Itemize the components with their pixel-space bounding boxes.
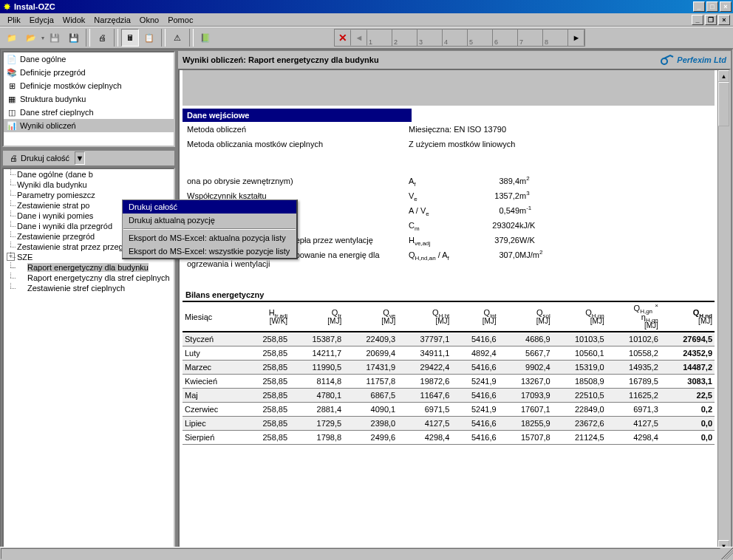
dropdown-item-3[interactable]: Eksport do MS-Excel: aktualna pozycja li…	[123, 231, 296, 245]
col-header: Qtr[MJ]	[290, 302, 344, 332]
new-button[interactable]: 📁	[3, 29, 21, 47]
tab-3[interactable]: 3	[417, 30, 443, 46]
print-button[interactable]: 🖨	[93, 29, 111, 47]
vertical-scrollbar[interactable]: ▲ ▼	[717, 70, 729, 552]
mdi-close-button[interactable]: ×	[718, 15, 730, 25]
dropdown-item-0[interactable]: Drukuj całość	[123, 200, 296, 214]
mdi-restore-button[interactable]: ❐	[705, 15, 717, 25]
col-header: Qve[MJ]	[344, 302, 398, 332]
table-row: Maj258,854780,16867,511647,65416,617093,…	[183, 389, 715, 403]
tree-item-10[interactable]: Raport energetyczny dla stref cieplnych	[4, 273, 174, 283]
nav-label: Struktura budynku	[20, 95, 86, 103]
calc-button[interactable]: 🖩	[121, 29, 139, 47]
prop-unit: W/K	[519, 236, 556, 245]
print-all-button[interactable]: 🖨 Drukuj całość	[4, 151, 75, 165]
cell: 11757,8	[344, 375, 398, 389]
tree-item-1[interactable]: Wyniki dla budynku	[4, 180, 174, 190]
prop-sym: Cm	[409, 221, 468, 230]
nav-item-4[interactable]: ◫Dane stref cieplnych	[4, 106, 174, 119]
menu-pomoc[interactable]: Pomoc	[163, 15, 197, 25]
tree-item-2[interactable]: Parametry pomieszcz	[4, 190, 174, 200]
mdi-minimize-button[interactable]: _	[692, 15, 703, 25]
nav-item-2[interactable]: ⊞Definicje mostków cieplnych	[4, 79, 174, 92]
diag-button[interactable]: ⚠	[168, 29, 186, 47]
tab-strip: ✕ ◄ 1 2 3 4 5 6 7 8 ►	[334, 29, 585, 47]
tree-label: Dane i wyniki dla przegród	[17, 222, 112, 231]
tree-item-0[interactable]: Dane ogólne (dane b	[4, 169, 174, 180]
scroll-thumb[interactable]	[718, 82, 729, 126]
status-cell	[1, 548, 720, 559]
prop-sym: A / Ve	[409, 206, 468, 215]
folder-open-icon: 📂	[26, 33, 36, 43]
saveas-button[interactable]: 💾	[65, 29, 83, 47]
cell: 37797,1	[398, 332, 451, 346]
cell: Czerwiec	[183, 403, 243, 417]
table-row: Kwiecień258,858114,811757,819872,65241,9…	[183, 375, 715, 389]
menu-okno[interactable]: Okno	[135, 15, 163, 25]
cell: Styczeń	[183, 332, 243, 346]
resize-grip[interactable]	[721, 547, 733, 559]
cell: 4127,5	[607, 417, 661, 431]
tab-1[interactable]: 1	[367, 30, 392, 46]
cell: 4090,1	[344, 403, 398, 417]
table-row: Lipiec258,851729,52398,04127,55416,61825…	[183, 417, 715, 431]
cell: 6867,5	[344, 389, 398, 403]
tab-7[interactable]: 7	[518, 30, 543, 46]
tab-prev-button[interactable]: ◄	[351, 30, 367, 46]
menu-widok[interactable]: Widok	[58, 15, 90, 25]
close-button[interactable]: ×	[720, 1, 732, 12]
print-dropdown-button[interactable]: ▼	[75, 151, 85, 165]
logo-icon	[660, 54, 675, 66]
cell: 258,85	[243, 361, 290, 375]
prop-unit: kJ/K	[519, 221, 556, 230]
menu-narzedzia[interactable]: Narzędzia	[89, 15, 135, 25]
cell: 11990,5	[290, 361, 344, 375]
col-header: QH,nd[MJ]	[661, 302, 715, 332]
report-body: Dane wejściowe Metoda obliczeńMiesięczna…	[180, 70, 717, 552]
table-row: Luty258,8514211,720699,434911,14892,4566…	[183, 346, 715, 361]
open-button[interactable]: 📂	[22, 29, 40, 47]
dropdown-item-4[interactable]: Eksport do MS-Excel: wszystkie pozycje l…	[123, 245, 296, 258]
minimize-button[interactable]: _	[693, 1, 705, 12]
statusbar	[0, 547, 733, 560]
help-button[interactable]: 📗	[197, 29, 214, 47]
table-title: Bilans energetyczny	[183, 286, 715, 302]
nav-item-5[interactable]: 📊Wyniki obliczeń	[4, 119, 174, 132]
nav-item-3[interactable]: ▦Struktura budynku	[4, 92, 174, 106]
cell: 5416,6	[451, 389, 498, 403]
col-header: QH,ht[MJ]	[398, 302, 451, 332]
tab-close-button[interactable]: ✕	[335, 30, 351, 46]
dropdown-item-1[interactable]: Drukuj aktualną pozycję	[123, 214, 296, 227]
tree-item-11[interactable]: Zestawienie stref cieplnych	[4, 283, 174, 293]
cell: 4127,5	[398, 417, 451, 431]
book-icon: 📗	[200, 33, 211, 43]
prop-key: ona po obrysie zewnętrznym)	[187, 177, 409, 185]
tab-2[interactable]: 2	[392, 30, 417, 46]
nav-item-0[interactable]: 📄Dane ogólne	[4, 52, 174, 66]
printer-icon: 🖨	[98, 33, 106, 42]
sheet-button[interactable]: 📋	[140, 29, 158, 47]
save-button[interactable]: 💾	[46, 29, 64, 47]
prop-unit: m2	[519, 177, 556, 185]
tab-next-button[interactable]: ►	[568, 30, 584, 46]
tab-5[interactable]: 5	[468, 30, 493, 46]
nav-panel: 📄Dane ogólne📚Definicje przegród⊞Definicj…	[2, 51, 175, 147]
tree-label: Zestawienie przegród	[17, 232, 95, 241]
tree-label: Zestawienie stref cieplnych	[27, 284, 125, 293]
cell: Marzec	[183, 361, 243, 375]
input-key: Metoda obliczeń	[187, 125, 409, 134]
sheet-icon: 📋	[144, 33, 154, 43]
tree-item-9[interactable]: Raport energetyczny dla budynku	[4, 262, 174, 273]
tab-4[interactable]: 4	[443, 30, 468, 46]
nav-item-1[interactable]: 📚Definicje przegród	[4, 66, 174, 79]
scroll-up-button[interactable]: ▲	[718, 70, 729, 82]
cell: 22510,5	[553, 389, 607, 403]
menu-edycja[interactable]: Edycja	[25, 15, 58, 25]
nav-icon: ◫	[7, 107, 17, 117]
cell: 10558,2	[607, 346, 661, 361]
menu-plik[interactable]: Plik	[3, 15, 25, 25]
tab-8[interactable]: 8	[543, 30, 568, 46]
maximize-button[interactable]: □	[706, 1, 718, 12]
col-header: Miesiąc	[183, 302, 243, 332]
tab-6[interactable]: 6	[493, 30, 518, 46]
